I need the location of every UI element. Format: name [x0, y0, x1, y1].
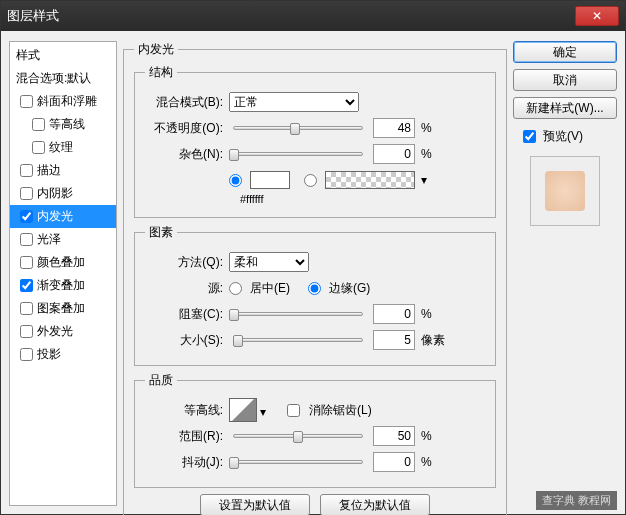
group-elements: 图素 方法(Q): 柔和 源: 居中(E) 边缘(G) 阻塞(C): 0 — [134, 224, 496, 366]
opacity-label: 不透明度(O): — [145, 120, 223, 137]
sidebar-item-outer-glow[interactable]: 外发光 — [10, 320, 116, 343]
opacity-slider[interactable] — [233, 126, 363, 130]
close-button[interactable]: ✕ — [575, 6, 619, 26]
sidebar-item-label: 外发光 — [37, 323, 73, 340]
reset-default-button[interactable]: 复位为默认值 — [320, 494, 430, 515]
source-edge-radio[interactable] — [308, 282, 321, 295]
preview-box — [530, 156, 600, 226]
checkbox[interactable] — [20, 302, 33, 315]
sidebar-item-inner-shadow[interactable]: 内阴影 — [10, 182, 116, 205]
panel-title: 内发光 — [134, 41, 178, 58]
unit: % — [421, 307, 451, 321]
source-label: 源: — [145, 280, 223, 297]
sidebar-item-contour[interactable]: 等高线 — [10, 113, 116, 136]
checkbox[interactable] — [20, 325, 33, 338]
checkbox[interactable] — [20, 256, 33, 269]
checkbox[interactable] — [32, 118, 45, 131]
group-legend: 图素 — [145, 224, 177, 241]
unit: 像素 — [421, 332, 451, 349]
set-default-button[interactable]: 设置为默认值 — [200, 494, 310, 515]
sidebar-item-label: 纹理 — [49, 139, 73, 156]
sidebar-item-label: 投影 — [37, 346, 61, 363]
checkbox[interactable] — [20, 348, 33, 361]
checkbox[interactable] — [20, 164, 33, 177]
sidebar-item-label: 内阴影 — [37, 185, 73, 202]
checkbox[interactable] — [20, 279, 33, 292]
blend-mode-label: 混合模式(B): — [145, 94, 223, 111]
blend-mode-select[interactable]: 正常 — [229, 92, 359, 112]
new-style-button[interactable]: 新建样式(W)... — [513, 97, 617, 119]
color-radio[interactable] — [229, 174, 242, 187]
sidebar-item-label: 图案叠加 — [37, 300, 85, 317]
contour-label: 等高线: — [145, 402, 223, 419]
checkbox[interactable] — [20, 233, 33, 246]
sidebar-item-stroke[interactable]: 描边 — [10, 159, 116, 182]
sidebar-item-gradient-overlay[interactable]: 渐变叠加 — [10, 274, 116, 297]
choke-label: 阻塞(C): — [145, 306, 223, 323]
styles-sidebar: 样式 混合选项:默认 斜面和浮雕 等高线 纹理 描边 内阴影 内发光 光泽 颜色… — [9, 41, 117, 506]
sidebar-head-styles[interactable]: 样式 — [10, 44, 116, 67]
sidebar-head-blend[interactable]: 混合选项:默认 — [10, 67, 116, 90]
gradient-swatch[interactable] — [325, 171, 415, 189]
jitter-label: 抖动(J): — [145, 454, 223, 471]
sidebar-item-pattern-overlay[interactable]: 图案叠加 — [10, 297, 116, 320]
unit: % — [421, 455, 451, 469]
chevron-down-icon[interactable]: ▾ — [421, 173, 427, 187]
noise-slider[interactable] — [233, 152, 363, 156]
effect-panel: 内发光 结构 混合模式(B): 正常 不透明度(O): 48 % 杂色(N): — [123, 41, 507, 506]
sidebar-item-drop-shadow[interactable]: 投影 — [10, 343, 116, 366]
choke-value[interactable]: 0 — [373, 304, 415, 324]
technique-select[interactable]: 柔和 — [229, 252, 309, 272]
group-structure: 结构 混合模式(B): 正常 不透明度(O): 48 % 杂色(N): — [134, 64, 496, 218]
size-label: 大小(S): — [145, 332, 223, 349]
sidebar-item-color-overlay[interactable]: 颜色叠加 — [10, 251, 116, 274]
window-title: 图层样式 — [7, 7, 575, 25]
cancel-button[interactable]: 取消 — [513, 69, 617, 91]
range-label: 范围(R): — [145, 428, 223, 445]
radio-label: 居中(E) — [250, 280, 290, 297]
panel-outer: 内发光 结构 混合模式(B): 正常 不透明度(O): 48 % 杂色(N): — [123, 41, 507, 515]
sidebar-item-label: 颜色叠加 — [37, 254, 85, 271]
sidebar-item-bevel[interactable]: 斜面和浮雕 — [10, 90, 116, 113]
range-slider[interactable] — [233, 434, 363, 438]
unit: % — [421, 147, 451, 161]
jitter-slider[interactable] — [233, 460, 363, 464]
choke-slider[interactable] — [233, 312, 363, 316]
titlebar: 图层样式 ✕ — [1, 1, 625, 31]
sidebar-item-label: 斜面和浮雕 — [37, 93, 97, 110]
range-value[interactable]: 50 — [373, 426, 415, 446]
sidebar-item-label: 渐变叠加 — [37, 277, 85, 294]
preview-swatch — [545, 171, 585, 211]
preview-checkbox[interactable] — [523, 130, 536, 143]
group-legend: 品质 — [145, 372, 177, 389]
preview-label: 预览(V) — [543, 128, 583, 145]
checkbox[interactable] — [20, 210, 33, 223]
checkbox[interactable] — [32, 141, 45, 154]
checkbox[interactable] — [20, 95, 33, 108]
chevron-down-icon[interactable]: ▾ — [258, 405, 268, 419]
sidebar-item-satin[interactable]: 光泽 — [10, 228, 116, 251]
layer-style-dialog: 图层样式 ✕ 样式 混合选项:默认 斜面和浮雕 等高线 纹理 描边 内阴影 内发… — [0, 0, 626, 515]
hex-annotation: #ffffff — [240, 193, 485, 205]
contour-picker[interactable]: ▾ — [229, 398, 257, 422]
sidebar-item-inner-glow[interactable]: 内发光 — [10, 205, 116, 228]
antialias-checkbox[interactable] — [287, 404, 300, 417]
sidebar-item-texture[interactable]: 纹理 — [10, 136, 116, 159]
sidebar-item-label: 光泽 — [37, 231, 61, 248]
opacity-value[interactable]: 48 — [373, 118, 415, 138]
source-center-radio[interactable] — [229, 282, 242, 295]
checkbox[interactable] — [20, 187, 33, 200]
technique-label: 方法(Q): — [145, 254, 223, 271]
jitter-value[interactable]: 0 — [373, 452, 415, 472]
antialias-label: 消除锯齿(L) — [309, 402, 372, 419]
close-icon: ✕ — [592, 9, 602, 23]
size-slider[interactable] — [233, 338, 363, 342]
noise-value[interactable]: 0 — [373, 144, 415, 164]
group-legend: 结构 — [145, 64, 177, 81]
sidebar-item-label: 描边 — [37, 162, 61, 179]
gradient-radio[interactable] — [304, 174, 317, 187]
color-swatch[interactable] — [250, 171, 290, 189]
size-value[interactable]: 5 — [373, 330, 415, 350]
unit: % — [421, 429, 451, 443]
ok-button[interactable]: 确定 — [513, 41, 617, 63]
